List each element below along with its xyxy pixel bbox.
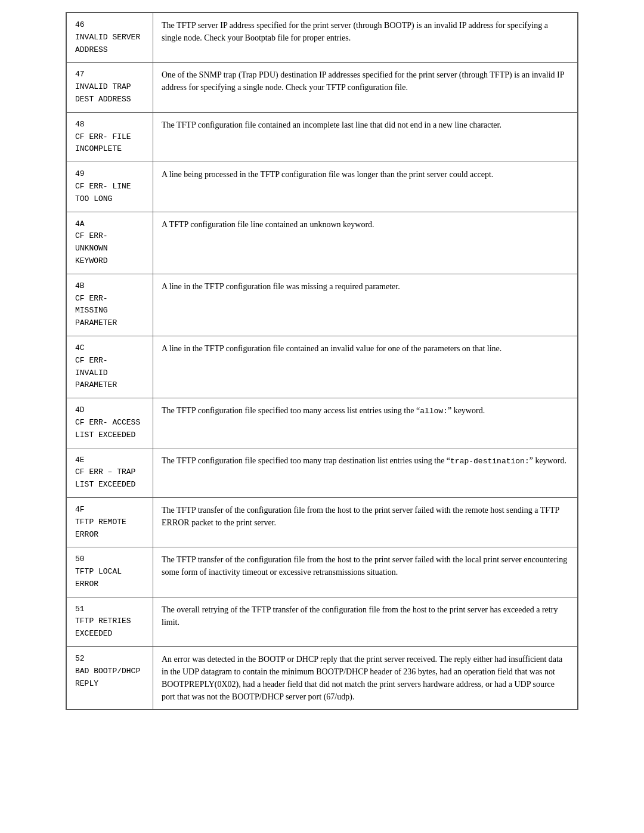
description-cell: A TFTP configuration file line contained… xyxy=(153,212,578,274)
description-cell: An error was detected in the BOOTP or DH… xyxy=(153,647,578,710)
description-cell: The overall retrying of the TFTP transfe… xyxy=(153,597,578,646)
description-cell: A line being processed in the TFTP confi… xyxy=(153,162,578,212)
inline-code: allow: xyxy=(420,407,448,416)
inline-code: trap-destination: xyxy=(450,457,530,466)
description-cell: The TFTP server IP address specified for… xyxy=(153,13,578,63)
error-code-cell: 4A CF ERR- UNKNOWN KEYWORD xyxy=(67,212,153,274)
error-code-cell: 51 TFTP RETRIES EXCEEDED xyxy=(67,597,153,646)
table-row: 47 INVALID TRAP DEST ADDRESSOne of the S… xyxy=(67,63,578,112)
table-row: 4F TFTP REMOTE ERRORThe TFTP transfer of… xyxy=(67,497,578,547)
error-code-cell: 4C CF ERR- INVALID PARAMETER xyxy=(67,336,153,398)
error-code-cell: 52 BAD BOOTP/DHCP REPLY xyxy=(67,647,153,710)
error-code-cell: 50 TFTP LOCAL ERROR xyxy=(67,547,153,597)
error-code-cell: 49 CF ERR- LINE TOO LONG xyxy=(67,162,153,212)
table-row: 50 TFTP LOCAL ERRORThe TFTP transfer of … xyxy=(67,547,578,597)
error-code-cell: 4D CF ERR- ACCESS LIST EXCEEDED xyxy=(67,398,153,448)
error-codes-table: 46 INVALID SERVER ADDRESSThe TFTP server… xyxy=(66,13,578,710)
table-row: 4D CF ERR- ACCESS LIST EXCEEDEDThe TFTP … xyxy=(67,398,578,448)
table-row: 4A CF ERR- UNKNOWN KEYWORDA TFTP configu… xyxy=(67,212,578,274)
table-row: 4C CF ERR- INVALID PARAMETERA line in th… xyxy=(67,336,578,398)
description-cell: The TFTP transfer of the configuration f… xyxy=(153,547,578,597)
error-code-cell: 4B CF ERR- MISSING PARAMETER xyxy=(67,274,153,336)
error-code-cell: 4E CF ERR – TRAP LIST EXCEEDED xyxy=(67,448,153,497)
table-row: 4B CF ERR- MISSING PARAMETERA line in th… xyxy=(67,274,578,336)
table-row: 48 CF ERR- FILE INCOMPLETEThe TFTP confi… xyxy=(67,112,578,162)
error-code-cell: 48 CF ERR- FILE INCOMPLETE xyxy=(67,112,153,162)
table-row: 46 INVALID SERVER ADDRESSThe TFTP server… xyxy=(67,13,578,63)
description-cell: A line in the TFTP configuration file co… xyxy=(153,336,578,398)
main-table-container: 46 INVALID SERVER ADDRESSThe TFTP server… xyxy=(66,12,578,710)
error-code-cell: 47 INVALID TRAP DEST ADDRESS xyxy=(67,63,153,112)
description-cell: The TFTP configuration file contained an… xyxy=(153,112,578,162)
table-row: 52 BAD BOOTP/DHCP REPLYAn error was dete… xyxy=(67,647,578,710)
error-code-cell: 46 INVALID SERVER ADDRESS xyxy=(67,13,153,63)
table-row: 49 CF ERR- LINE TOO LONGA line being pro… xyxy=(67,162,578,212)
description-cell: The TFTP configuration file specified to… xyxy=(153,398,578,448)
error-code-cell: 4F TFTP REMOTE ERROR xyxy=(67,497,153,547)
description-cell: One of the SNMP trap (Trap PDU) destinat… xyxy=(153,63,578,112)
description-cell: A line in the TFTP configuration file wa… xyxy=(153,274,578,336)
table-row: 51 TFTP RETRIES EXCEEDEDThe overall retr… xyxy=(67,597,578,646)
description-cell: The TFTP transfer of the configuration f… xyxy=(153,497,578,547)
description-cell: The TFTP configuration file specified to… xyxy=(153,448,578,497)
table-row: 4E CF ERR – TRAP LIST EXCEEDEDThe TFTP c… xyxy=(67,448,578,497)
